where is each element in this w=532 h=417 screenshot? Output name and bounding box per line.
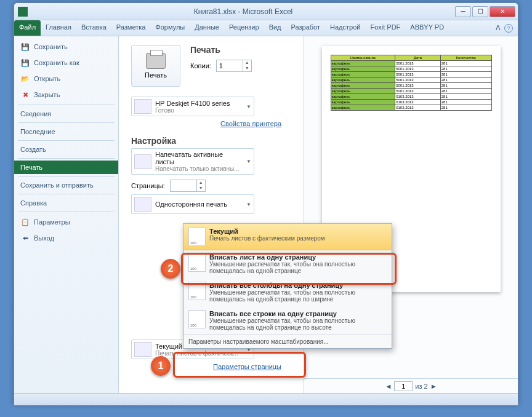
callout-2: 2 bbox=[161, 259, 180, 279]
tab-developer[interactable]: Разработ bbox=[286, 20, 325, 36]
printer-icon bbox=[146, 53, 166, 69]
scale-current-icon bbox=[188, 228, 206, 246]
print-heading: Печать bbox=[190, 45, 252, 55]
window-title: Книга81.xlsx - Microsoft Excel bbox=[31, 7, 455, 16]
sidebar-saveas[interactable]: 💾Сохранить как bbox=[14, 55, 118, 71]
tab-home[interactable]: Главная bbox=[41, 20, 76, 36]
onesided-icon bbox=[134, 197, 151, 212]
scaling-option-fit-sheet[interactable]: Вписать лист на одну страницуУменьшение … bbox=[183, 250, 392, 278]
sheets-icon bbox=[134, 154, 151, 169]
ribbon-minimize-icon[interactable]: ᐱ bbox=[496, 24, 501, 32]
next-page-button[interactable]: ► bbox=[430, 383, 437, 390]
maximize-button[interactable]: ☐ bbox=[472, 6, 488, 17]
minimize-button[interactable]: ─ bbox=[455, 6, 471, 17]
excel-icon bbox=[18, 7, 28, 17]
tab-layout[interactable]: Разметка bbox=[111, 20, 151, 36]
sidebar-print[interactable]: Печать bbox=[14, 161, 118, 174]
page-navigator: ◄ из 2 ► bbox=[304, 378, 518, 393]
tab-formulas[interactable]: Формулы bbox=[150, 20, 190, 36]
copies-spinner[interactable]: ▲▼ bbox=[216, 60, 252, 72]
printer-small-icon bbox=[134, 99, 151, 114]
print-what-dropdown[interactable]: Напечатать активные листыНапечатать толь… bbox=[131, 148, 254, 175]
printer-dropdown[interactable]: HP Deskjet F4100 seriesГотово ▼ bbox=[131, 97, 254, 116]
sidebar-help[interactable]: Справка bbox=[14, 196, 118, 210]
tab-review[interactable]: Рецензир bbox=[224, 20, 264, 36]
print-button[interactable]: Печать bbox=[131, 45, 180, 87]
tab-insert[interactable]: Вставка bbox=[76, 20, 111, 36]
sidebar-send[interactable]: Сохранить и отправить bbox=[14, 178, 118, 192]
scaling-option-fit-rows[interactable]: Вписать все строки на одну страницуУмень… bbox=[183, 306, 392, 335]
close-button[interactable]: ✕ bbox=[490, 6, 515, 17]
scale-fit-rows-icon bbox=[188, 310, 206, 328]
pages-from-spinner[interactable]: ▲▼ bbox=[170, 180, 206, 192]
copies-label: Копии: bbox=[190, 62, 211, 70]
callout-1: 1 bbox=[151, 356, 171, 376]
help-icon[interactable]: ? bbox=[504, 24, 513, 33]
close-icon: ✖ bbox=[20, 90, 30, 100]
settings-heading: Настройка bbox=[131, 136, 297, 146]
tab-abbyy[interactable]: ABBYY PD bbox=[405, 20, 449, 36]
sidebar-close[interactable]: ✖Закрыть bbox=[14, 87, 118, 103]
sidebar-info[interactable]: Сведения bbox=[14, 107, 118, 121]
page-number-input[interactable] bbox=[394, 381, 413, 391]
tab-data[interactable]: Данные bbox=[190, 20, 224, 36]
page-count-label: из 2 bbox=[415, 383, 427, 390]
app-window: Книга81.xlsx - Microsoft Excel ─ ☐ ✕ Фай… bbox=[14, 2, 518, 405]
prev-page-button[interactable]: ◄ bbox=[385, 383, 392, 390]
sidebar-new[interactable]: Создать bbox=[14, 143, 118, 156]
titlebar: Книга81.xlsx - Microsoft Excel ─ ☐ ✕ bbox=[14, 3, 518, 20]
sidebar-recent[interactable]: Последние bbox=[14, 125, 118, 138]
tab-file[interactable]: Файл bbox=[14, 20, 41, 36]
exit-icon: ⬅ bbox=[20, 233, 30, 243]
preview-table: НаименованиеДатаКоличество картофель5001… bbox=[331, 55, 492, 111]
scaling-option-fit-columns[interactable]: Вписать все столбцы на одну страницуУмен… bbox=[183, 278, 392, 306]
statusbar bbox=[14, 393, 518, 405]
scaling-option-custom[interactable]: Параметры настраиваемого масштабирования… bbox=[183, 335, 392, 348]
sidebar-save[interactable]: 💾Сохранить bbox=[14, 39, 118, 55]
sidebar-options[interactable]: 📋Параметры bbox=[14, 214, 118, 230]
save-icon: 💾 bbox=[20, 42, 30, 52]
saveas-icon: 💾 bbox=[20, 58, 30, 68]
options-icon: 📋 bbox=[20, 217, 30, 227]
tab-addins[interactable]: Надстрой bbox=[325, 20, 365, 36]
tab-foxit[interactable]: Foxit PDF bbox=[365, 20, 405, 36]
scaling-dropdown-menu: ТекущийПечать листов с фактическим разме… bbox=[183, 223, 392, 349]
sidebar-open[interactable]: 📂Открыть bbox=[14, 71, 118, 87]
scale-fit-sheet-icon bbox=[188, 253, 206, 272]
sidebar-exit[interactable]: ⬅Выход bbox=[14, 230, 118, 246]
pages-from-input[interactable] bbox=[171, 181, 196, 191]
ribbon-tabs: Файл Главная Вставка Разметка Формулы Да… bbox=[14, 20, 518, 36]
copies-input[interactable] bbox=[217, 61, 243, 71]
tab-view[interactable]: Вид bbox=[264, 20, 286, 36]
open-icon: 📂 bbox=[20, 74, 30, 84]
scaling-option-current[interactable]: ТекущийПечать листов с фактическим разме… bbox=[183, 223, 392, 250]
scaling-icon bbox=[134, 342, 151, 357]
pages-label: Страницы: bbox=[131, 182, 165, 189]
scale-fit-cols-icon bbox=[188, 282, 206, 300]
sides-dropdown[interactable]: Односторонняя печать ▼ bbox=[131, 194, 254, 214]
backstage-sidebar: 💾Сохранить 💾Сохранить как 📂Открыть ✖Закр… bbox=[14, 36, 119, 393]
printer-properties-link[interactable]: Свойства принтера bbox=[131, 120, 281, 127]
